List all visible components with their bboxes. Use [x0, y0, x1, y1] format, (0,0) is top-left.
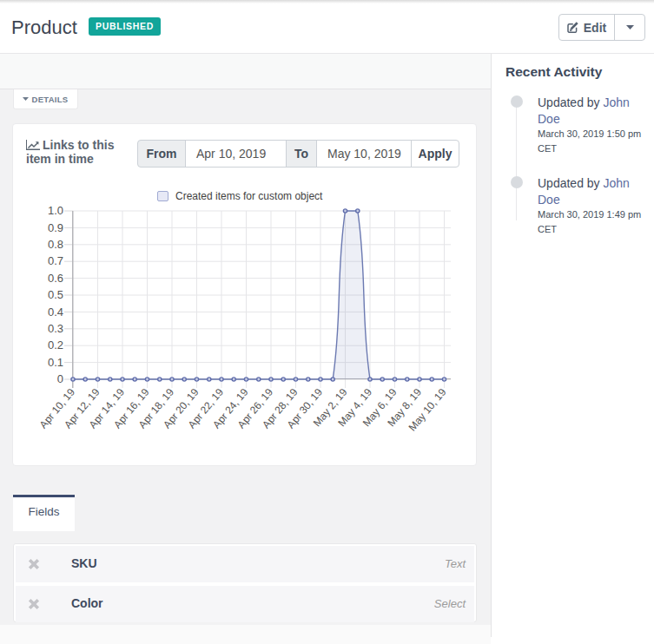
svg-text:0.8: 0.8 — [48, 238, 63, 251]
svg-text:0.2: 0.2 — [48, 338, 63, 352]
svg-text:0: 0 — [57, 372, 63, 385]
svg-text:0.1: 0.1 — [48, 356, 63, 369]
svg-text:0.6: 0.6 — [48, 272, 63, 285]
svg-text:0.3: 0.3 — [48, 322, 63, 335]
svg-text:0.4: 0.4 — [48, 306, 63, 319]
svg-text:0.7: 0.7 — [48, 254, 63, 267]
svg-text:0.5: 0.5 — [48, 288, 63, 301]
svg-text:1.0: 1.0 — [48, 204, 63, 217]
svg-text:0.9: 0.9 — [48, 221, 63, 234]
